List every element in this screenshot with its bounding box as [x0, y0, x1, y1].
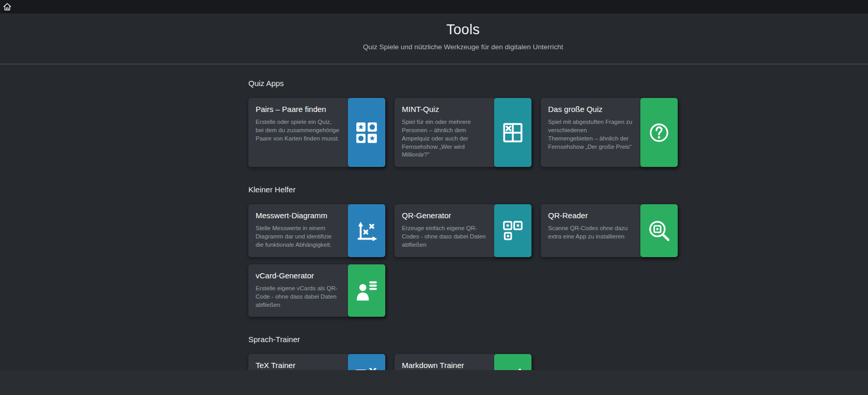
tool-card[interactable]: QR-Reader Scanne QR-Codes ohne dazu extr…	[541, 204, 678, 257]
tool-card-description: Erstelle oder spiele ein Quiz, bei dem d…	[256, 118, 341, 143]
grid-x-icon	[500, 120, 526, 146]
tool-card-description: Erstelle eigene vCards als QR-Code - ohn…	[256, 285, 341, 309]
tool-section: Kleiner Helfer Messwert-Diagramm Stelle …	[248, 185, 678, 317]
card-grid: Messwert-Diagramm Stelle Messwerte in ei…	[248, 204, 678, 317]
topbar	[0, 0, 868, 13]
tool-card-body: Das große Quiz Spiel mit abgestuften Fra…	[548, 105, 633, 151]
tool-card-title: MINT-Quiz	[402, 105, 487, 114]
qr-code-icon	[500, 218, 526, 244]
tool-card[interactable]: Das große Quiz Spiel mit abgestuften Fra…	[541, 98, 678, 167]
tool-card-body: MINT-Quiz Spiel für ein oder mehrere Per…	[402, 105, 487, 159]
tool-card-tile	[348, 264, 385, 317]
tool-card-tile	[494, 204, 531, 257]
tool-card-tile	[348, 98, 385, 167]
contact-card-icon	[354, 278, 380, 304]
tool-card-body: QR-Generator Erzeuge einfach eigene QR-C…	[402, 211, 487, 249]
tool-card-description: Spiel mit abgestuften Fragen zu verschie…	[548, 118, 633, 151]
tool-card-tile	[348, 204, 385, 257]
tool-section: Quiz Apps Pairs – Paare finden Erstelle …	[248, 79, 678, 167]
chart-axes-icon	[354, 218, 380, 244]
home-icon	[3, 2, 12, 11]
section-label: Sprach-Trainer	[248, 335, 678, 344]
tool-card-title: Messwert-Diagramm	[256, 211, 341, 220]
tool-card-title: Das große Quiz	[548, 105, 633, 114]
page-header: Tools Quiz Spiele und nützliche Werkzeug…	[0, 13, 868, 64]
sections-container: Quiz Apps Pairs – Paare finden Erstelle …	[248, 79, 678, 395]
page-subtitle: Quiz Spiele und nützliche Werkzeuge für …	[58, 43, 868, 51]
tool-card-description: Stelle Messwerte in einem Diagramm dar u…	[256, 224, 341, 249]
footer	[0, 370, 868, 395]
tool-card-title: QR-Generator	[402, 211, 487, 220]
tool-card[interactable]: Pairs – Paare finden Erstelle oder spiel…	[248, 98, 385, 167]
tool-card-description: Spiel für ein oder mehrere Personen – äh…	[402, 118, 487, 159]
tool-card-body: QR-Reader Scanne QR-Codes ohne dazu extr…	[548, 211, 633, 241]
tool-card-title: Pairs – Paare finden	[256, 105, 341, 114]
section-label: Quiz Apps	[248, 79, 678, 88]
tool-card-title: Markdown Trainer	[402, 361, 487, 370]
tool-card-tile	[494, 98, 531, 167]
tool-card[interactable]: vCard-Generator Erstelle eigene vCards a…	[248, 264, 385, 317]
tool-card-tile	[640, 98, 678, 167]
tool-card-title: TeX Trainer	[256, 361, 341, 370]
tool-card-body: Pairs – Paare finden Erstelle oder spiel…	[256, 105, 341, 143]
tool-card-body: Messwert-Diagramm Stelle Messwerte in ei…	[256, 211, 341, 249]
tool-card-description: Scanne QR-Codes ohne dazu extra eine App…	[548, 224, 633, 241]
page-title: Tools	[58, 22, 868, 38]
tool-card[interactable]: Messwert-Diagramm Stelle Messwerte in ei…	[248, 204, 385, 257]
tool-card-body: vCard-Generator Erstelle eigene vCards a…	[256, 271, 341, 309]
tool-card-title: vCard-Generator	[256, 271, 341, 280]
tool-card[interactable]: QR-Generator Erzeuge einfach eigene QR-C…	[395, 204, 531, 257]
qr-scan-icon	[646, 218, 672, 244]
pairs-grid-icon	[354, 120, 380, 146]
tool-card[interactable]: MINT-Quiz Spiel für ein oder mehrere Per…	[395, 98, 531, 167]
question-circle-icon	[646, 120, 672, 146]
section-label: Kleiner Helfer	[248, 185, 678, 194]
tool-card-tile	[640, 204, 678, 257]
tool-card-description: Erzeuge einfach eigene QR-Codes - ohne d…	[402, 224, 487, 249]
card-grid: Pairs – Paare finden Erstelle oder spiel…	[248, 98, 678, 167]
tool-card-title: QR-Reader	[548, 211, 633, 220]
main-content: Quiz Apps Pairs – Paare finden Erstelle …	[0, 64, 868, 395]
home-button[interactable]	[2, 1, 13, 12]
